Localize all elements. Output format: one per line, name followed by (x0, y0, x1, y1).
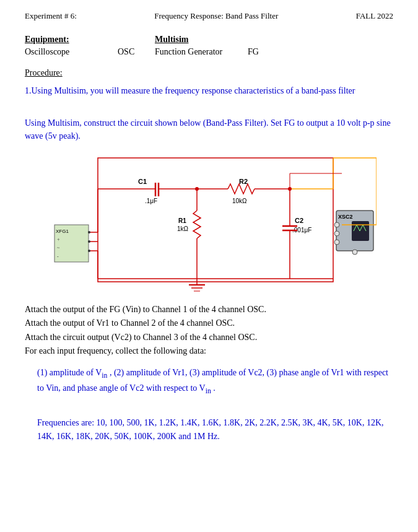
instruction-2: Attach the output of Vr1 to Channel 2 of… (25, 316, 393, 330)
fg-label: Function Generator (155, 47, 229, 57)
svg-text:XSC2: XSC2 (338, 214, 353, 220)
svg-rect-47 (352, 221, 369, 241)
equipment-row-osc: Oscilloscope OSC (25, 47, 155, 57)
instruction-4: For each input frequency, collect the fo… (25, 344, 393, 358)
equipment-col-right: Multisim Function Generator FG (155, 35, 285, 57)
equipment-section: Equipment: Oscilloscope OSC Multisim Fun… (25, 35, 393, 57)
frequencies-block: Frequencies are: 10, 100, 500, 1K, 1.2K,… (37, 416, 393, 444)
svg-text:C1: C1 (138, 178, 147, 185)
svg-point-50 (334, 240, 339, 245)
svg-point-49 (334, 231, 339, 236)
svg-text:C2: C2 (295, 217, 303, 224)
circuit-svg: XFG1 + ~ - C1 .1μF R1 (42, 152, 377, 294)
frequencies-text: Frequencies are: 10, 100, 500, 1K, 1.2K,… (37, 418, 384, 441)
equipment-header-left: Equipment: (25, 35, 155, 45)
header-center: Frequency Response: Band Pass Filter (154, 11, 278, 21)
svg-point-48 (334, 222, 339, 227)
svg-point-6 (88, 231, 90, 233)
svg-text:R2: R2 (239, 178, 248, 185)
data-list: (1) amplitude of Vin , (2) amplitude of … (37, 366, 393, 398)
instruction-3: Attach the circuit output (Vc2) to Chann… (25, 331, 393, 344)
step-2-content: Using Multisim, construct the circuit sh… (25, 118, 391, 141)
equipment-header-right: Multisim (155, 35, 285, 45)
svg-point-7 (88, 240, 90, 243)
svg-text:+: + (57, 237, 60, 242)
header-right: FALL 2022 (356, 11, 393, 21)
equipment-col-left: Equipment: Oscilloscope OSC (25, 35, 155, 57)
fg-abbr: FG (248, 47, 285, 57)
xfg1-component: XFG1 + ~ - (54, 225, 98, 262)
svg-text:-: - (57, 254, 59, 259)
instruction-1: Attach the output of the FG (Vin) to Cha… (25, 303, 393, 316)
svg-text:R1: R1 (178, 217, 186, 224)
svg-point-51 (352, 250, 357, 255)
step-2-text: Using Multisim, construct the circuit sh… (25, 116, 393, 143)
svg-text:10kΩ: 10kΩ (232, 198, 247, 204)
osc-label: Oscilloscope (25, 47, 99, 57)
equipment-row-fg: Function Generator FG (155, 47, 285, 57)
svg-text:~: ~ (57, 245, 60, 251)
equipment-grid: Equipment: Oscilloscope OSC Multisim Fun… (25, 35, 393, 57)
page-header: Experiment # 6: Frequency Response: Band… (25, 11, 393, 21)
svg-text:XFG1: XFG1 (56, 229, 69, 234)
header-left: Experiment # 6: (25, 11, 77, 21)
svg-point-8 (88, 250, 90, 252)
data-item: (1) amplitude of Vin , (2) amplitude of … (37, 368, 388, 393)
svg-text:1kΩ: 1kΩ (177, 225, 189, 232)
svg-text:.1μF: .1μF (145, 198, 157, 204)
circuit-diagram: XFG1 + ~ - C1 .1μF R1 (42, 152, 377, 294)
osc-abbr: OSC (118, 47, 155, 57)
svg-point-25 (195, 187, 199, 191)
instructions-block: Attach the output of the FG (Vin) to Cha… (25, 303, 393, 359)
procedure-section: Procedure: 1.Using Multisim, you will me… (25, 68, 393, 143)
procedure-title: Procedure: (25, 68, 393, 78)
step-1-text: 1.Using Multisim, you will measure the f… (25, 84, 393, 98)
